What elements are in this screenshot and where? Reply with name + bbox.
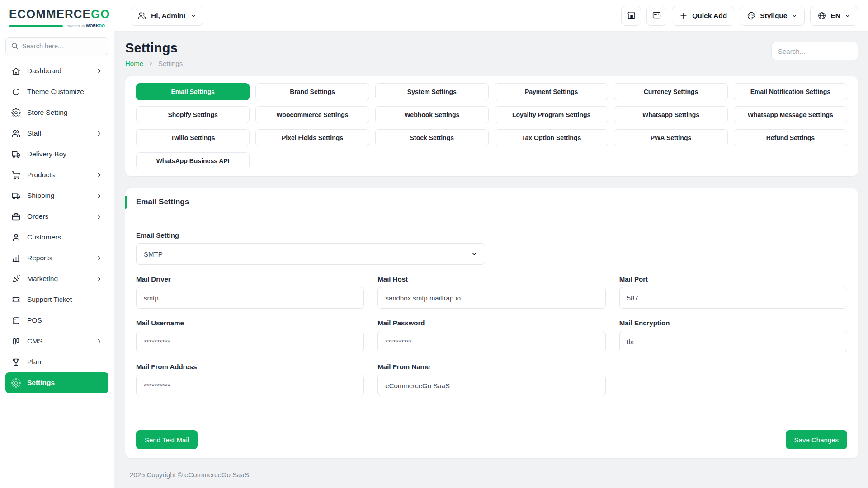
sidebar-item-label: Plan — [27, 358, 103, 366]
tab-tax-option-settings[interactable]: Tax Option Settings — [495, 129, 608, 146]
email-setting-select[interactable]: SMTP — [136, 243, 485, 265]
pos-terminal-icon — [11, 316, 21, 325]
sidebar-item-marketing[interactable]: Marketing — [5, 268, 108, 289]
mail-port-label: Mail Port — [619, 275, 847, 283]
tab-stock-settings[interactable]: Stock Settings — [375, 129, 489, 146]
sidebar-item-theme-customize[interactable]: Theme Customize — [5, 81, 108, 102]
brand-logo[interactable]: ECOMMERCEGO Powered By WORKDO — [0, 0, 114, 28]
mail-port-input[interactable] — [619, 287, 847, 309]
settings-tabs-grid: Email Settings Brand Settings System Set… — [136, 83, 847, 169]
page-content: Settings Home Settings Email Settings Br… — [114, 32, 868, 488]
truck-icon — [11, 150, 21, 159]
email-templates-button[interactable] — [646, 6, 666, 26]
mail-from-name-input[interactable] — [377, 375, 605, 396]
sidebar-item-dashboard[interactable]: Dashboard — [5, 61, 108, 81]
email-setting-label: Email Setting — [136, 231, 485, 239]
sidebar-item-label: POS — [27, 316, 103, 324]
mail-host-input[interactable] — [377, 287, 605, 309]
sidebar-item-label: Orders — [27, 212, 90, 221]
sidebar-item-products[interactable]: Products — [5, 164, 108, 185]
users-icon — [11, 129, 21, 138]
tab-currency-settings[interactable]: Currency Settings — [614, 83, 727, 100]
mail-from-address-input[interactable] — [136, 375, 364, 396]
sidebar-item-label: Reports — [27, 254, 90, 262]
tab-email-notification-settings[interactable]: Email Notification Settings — [734, 83, 847, 100]
sidebar-item-store-setting[interactable]: Store Setting — [5, 102, 108, 123]
sidebar-item-pos[interactable]: POS — [5, 310, 108, 331]
sidebar-item-cms[interactable]: CMS — [5, 331, 108, 352]
tab-system-settings[interactable]: System Settings — [375, 83, 489, 100]
sidebar-item-support-ticket[interactable]: Support Ticket — [5, 289, 108, 310]
chevron-right-icon — [96, 338, 103, 345]
copyright-footer: 2025 Copyright © eCommerceGo SaaS — [125, 458, 858, 479]
briefcase-icon — [11, 212, 21, 221]
sidebar-item-shipping[interactable]: Shipping — [5, 185, 108, 206]
tab-loyality-program-settings[interactable]: Loyality Program Settings — [495, 106, 608, 123]
mail-username-field: Mail Username — [136, 319, 364, 352]
sidebar-item-customers[interactable]: Customers — [5, 227, 108, 248]
cms-columns-icon — [11, 337, 21, 346]
trophy-icon — [11, 357, 21, 367]
page-search-input[interactable] — [771, 42, 858, 60]
email-settings-form: Email Setting SMTP Mail Driver — [125, 216, 858, 408]
chevron-right-icon — [96, 255, 103, 262]
sidebar-item-label: Settings — [27, 379, 103, 387]
sidebar-search-input[interactable] — [5, 37, 108, 55]
tab-twilio-settings[interactable]: Twilio Settings — [136, 129, 250, 146]
sidebar-item-staff[interactable]: Staff — [5, 123, 108, 144]
mail-from-name-field: Mail From Name — [377, 363, 605, 396]
quick-add-button[interactable]: Quick Add — [672, 6, 734, 26]
save-changes-button[interactable]: Save Changes — [786, 430, 847, 449]
tab-whatsapp-settings[interactable]: Whatsapp Settings — [614, 106, 727, 123]
sidebar-nav: Dashboard Theme Customize Store Setting … — [0, 61, 114, 393]
powered-by-text: Powered By WORKDO — [66, 23, 105, 28]
mail-password-label: Mail Password — [377, 319, 605, 327]
mail-username-input[interactable] — [136, 331, 364, 352]
tab-whatsapp-business-api[interactable]: WhatsApp Business API — [136, 152, 250, 169]
tab-pixel-fields-settings[interactable]: Pixel Fields Settings — [255, 129, 369, 146]
theme-rotate-icon — [11, 87, 21, 97]
tab-woocommerce-settings[interactable]: Woocommerce Settings — [255, 106, 369, 123]
tab-webhook-settings[interactable]: Webhook Settings — [375, 106, 489, 123]
storefront-button[interactable] — [621, 6, 641, 26]
tab-shopify-settings[interactable]: Shopify Settings — [136, 106, 250, 123]
brand-logo-text: ECOMMERCEGO — [9, 7, 105, 21]
chevron-down-icon — [844, 13, 851, 19]
tab-refund-settings[interactable]: Refund Settings — [734, 129, 847, 146]
send-test-mail-button[interactable]: Send Test Mail — [136, 430, 198, 449]
sidebar: ECOMMERCEGO Powered By WORKDO Dashboard … — [0, 0, 114, 488]
tab-pwa-settings[interactable]: PWA Settings — [614, 129, 727, 146]
tab-payment-settings[interactable]: Payment Settings — [495, 83, 608, 100]
store-cog-icon — [11, 108, 21, 117]
sidebar-item-settings[interactable]: Settings — [5, 372, 108, 393]
breadcrumb-home-link[interactable]: Home — [125, 60, 143, 67]
gear-icon — [11, 378, 21, 388]
mail-password-input[interactable] — [377, 331, 605, 352]
sidebar-item-delivery-boy[interactable]: Delivery Boy — [5, 144, 108, 164]
mail-password-field: Mail Password — [377, 319, 605, 352]
home-icon — [11, 66, 21, 76]
sidebar-item-orders[interactable]: Orders — [5, 206, 108, 227]
mail-notification-icon — [652, 10, 661, 21]
theme-style-dropdown[interactable]: Stylique — [740, 6, 805, 26]
page-title: Settings — [125, 41, 183, 56]
email-setting-field: Email Setting SMTP — [136, 231, 485, 265]
sidebar-item-label: Marketing — [27, 275, 90, 283]
tab-whatsapp-message-settings[interactable]: Whatsapp Message Settings — [734, 106, 847, 123]
sidebar-item-plan[interactable]: Plan — [5, 352, 108, 372]
chevron-right-icon — [96, 213, 103, 220]
breadcrumb-current: Settings — [158, 60, 183, 67]
language-dropdown[interactable]: EN — [810, 6, 858, 26]
tab-email-settings[interactable]: Email Settings — [136, 83, 250, 100]
tab-brand-settings[interactable]: Brand Settings — [255, 83, 369, 100]
user-menu-button[interactable]: Hi, Admin! — [131, 6, 203, 26]
top-header: Hi, Admin! Quick Add Stylique — [114, 0, 868, 32]
sidebar-item-reports[interactable]: Reports — [5, 248, 108, 268]
mail-encryption-input[interactable] — [619, 331, 847, 352]
mail-driver-label: Mail Driver — [136, 275, 364, 283]
mail-driver-input[interactable] — [136, 287, 364, 309]
sidebar-item-label: Theme Customize — [27, 88, 103, 96]
confetti-icon — [11, 274, 21, 284]
card-footer: Send Test Mail Save Changes — [125, 421, 858, 458]
sidebar-item-label: CMS — [27, 337, 90, 345]
